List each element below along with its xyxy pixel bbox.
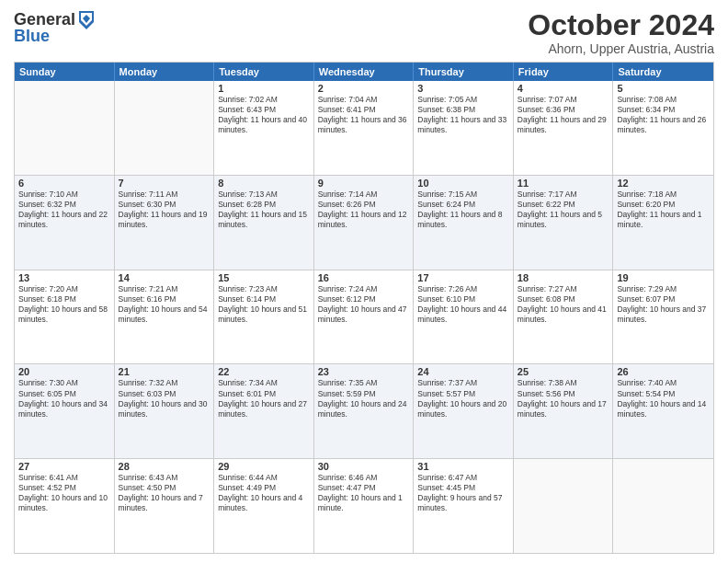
cal-cell-3-5: 17Sunrise: 7:26 AM Sunset: 6:10 PM Dayli… bbox=[414, 270, 514, 364]
cal-cell-5-2: 28Sunrise: 6:43 AM Sunset: 4:50 PM Dayli… bbox=[115, 459, 215, 553]
cal-cell-4-6: 25Sunrise: 7:38 AM Sunset: 5:56 PM Dayli… bbox=[514, 364, 614, 458]
cal-cell-1-2 bbox=[115, 81, 215, 175]
cell-info: Sunrise: 6:46 AM Sunset: 4:47 PM Dayligh… bbox=[318, 473, 410, 513]
cal-cell-3-3: 15Sunrise: 7:23 AM Sunset: 6:14 PM Dayli… bbox=[214, 270, 314, 364]
day-number: 12 bbox=[617, 178, 710, 189]
cell-info: Sunrise: 7:11 AM Sunset: 6:30 PM Dayligh… bbox=[119, 190, 210, 230]
logo-blue: Blue bbox=[14, 28, 50, 46]
day-number: 29 bbox=[218, 461, 310, 472]
cal-cell-2-5: 10Sunrise: 7:15 AM Sunset: 6:24 PM Dayli… bbox=[414, 176, 514, 270]
cal-cell-4-2: 21Sunrise: 7:32 AM Sunset: 6:03 PM Dayli… bbox=[115, 364, 215, 458]
cal-cell-4-5: 24Sunrise: 7:37 AM Sunset: 5:57 PM Dayli… bbox=[414, 364, 514, 458]
cal-cell-4-3: 22Sunrise: 7:34 AM Sunset: 6:01 PM Dayli… bbox=[214, 364, 314, 458]
day-number: 10 bbox=[417, 178, 509, 189]
day-number: 22 bbox=[218, 366, 310, 377]
day-number: 31 bbox=[417, 461, 509, 472]
day-number: 16 bbox=[318, 272, 410, 283]
day-number: 21 bbox=[119, 366, 210, 377]
cal-cell-3-6: 18Sunrise: 7:27 AM Sunset: 6:08 PM Dayli… bbox=[514, 270, 614, 364]
day-number: 15 bbox=[218, 272, 310, 283]
day-number: 5 bbox=[617, 83, 710, 94]
cal-cell-5-7 bbox=[613, 459, 713, 553]
cal-cell-5-1: 27Sunrise: 6:41 AM Sunset: 4:52 PM Dayli… bbox=[15, 459, 115, 553]
cell-info: Sunrise: 7:17 AM Sunset: 6:22 PM Dayligh… bbox=[518, 190, 609, 230]
cal-cell-1-7: 5Sunrise: 7:08 AM Sunset: 6:34 PM Daylig… bbox=[613, 81, 713, 175]
cal-cell-1-6: 4Sunrise: 7:07 AM Sunset: 6:36 PM Daylig… bbox=[514, 81, 614, 175]
cell-info: Sunrise: 7:07 AM Sunset: 6:36 PM Dayligh… bbox=[518, 95, 609, 135]
cell-info: Sunrise: 7:14 AM Sunset: 6:26 PM Dayligh… bbox=[318, 190, 410, 230]
day-number: 9 bbox=[318, 178, 410, 189]
cell-info: Sunrise: 7:37 AM Sunset: 5:57 PM Dayligh… bbox=[417, 378, 509, 419]
header: General Blue October 2024 Ahorn, Upper A… bbox=[14, 9, 714, 56]
cal-cell-5-3: 29Sunrise: 6:44 AM Sunset: 4:49 PM Dayli… bbox=[214, 459, 314, 553]
day-number: 7 bbox=[119, 178, 210, 189]
day-number: 18 bbox=[518, 272, 609, 283]
calendar-week-1: 1Sunrise: 7:02 AM Sunset: 6:43 PM Daylig… bbox=[15, 81, 713, 175]
day-number: 25 bbox=[518, 366, 609, 377]
day-number: 28 bbox=[119, 461, 210, 472]
header-friday: Friday bbox=[514, 63, 614, 81]
cell-info: Sunrise: 7:10 AM Sunset: 6:32 PM Dayligh… bbox=[18, 190, 110, 230]
day-number: 24 bbox=[417, 366, 509, 377]
header-sunday: Sunday bbox=[15, 63, 115, 81]
cell-info: Sunrise: 7:23 AM Sunset: 6:14 PM Dayligh… bbox=[218, 284, 310, 325]
calendar-header: Sunday Monday Tuesday Wednesday Thursday… bbox=[15, 63, 713, 81]
day-number: 19 bbox=[617, 272, 710, 283]
cell-info: Sunrise: 6:47 AM Sunset: 4:45 PM Dayligh… bbox=[417, 473, 509, 513]
cell-info: Sunrise: 7:05 AM Sunset: 6:38 PM Dayligh… bbox=[417, 95, 509, 135]
cell-info: Sunrise: 7:38 AM Sunset: 5:56 PM Dayligh… bbox=[518, 378, 609, 419]
cell-info: Sunrise: 6:43 AM Sunset: 4:50 PM Dayligh… bbox=[119, 473, 210, 513]
calendar-week-4: 20Sunrise: 7:30 AM Sunset: 6:05 PM Dayli… bbox=[15, 363, 713, 458]
day-number: 1 bbox=[218, 83, 310, 94]
cal-cell-2-3: 8Sunrise: 7:13 AM Sunset: 6:28 PM Daylig… bbox=[214, 176, 314, 270]
logo-icon bbox=[77, 9, 96, 31]
day-number: 30 bbox=[318, 461, 410, 472]
cell-info: Sunrise: 7:21 AM Sunset: 6:16 PM Dayligh… bbox=[119, 284, 210, 325]
cell-info: Sunrise: 7:15 AM Sunset: 6:24 PM Dayligh… bbox=[417, 190, 509, 230]
day-number: 26 bbox=[617, 366, 710, 377]
cell-info: Sunrise: 7:30 AM Sunset: 6:05 PM Dayligh… bbox=[18, 378, 110, 419]
cal-cell-1-4: 2Sunrise: 7:04 AM Sunset: 6:41 PM Daylig… bbox=[314, 81, 415, 175]
day-number: 8 bbox=[218, 178, 310, 189]
cal-cell-3-4: 16Sunrise: 7:24 AM Sunset: 6:12 PM Dayli… bbox=[314, 270, 415, 364]
calendar-week-5: 27Sunrise: 6:41 AM Sunset: 4:52 PM Dayli… bbox=[15, 458, 713, 553]
day-number: 3 bbox=[417, 83, 509, 94]
day-number: 23 bbox=[318, 366, 410, 377]
day-number: 11 bbox=[518, 178, 609, 189]
cal-cell-1-3: 1Sunrise: 7:02 AM Sunset: 6:43 PM Daylig… bbox=[214, 81, 314, 175]
cell-info: Sunrise: 7:29 AM Sunset: 6:07 PM Dayligh… bbox=[617, 284, 710, 325]
cell-info: Sunrise: 7:18 AM Sunset: 6:20 PM Dayligh… bbox=[617, 190, 710, 230]
day-number: 6 bbox=[18, 178, 110, 189]
day-number: 2 bbox=[318, 83, 410, 94]
header-monday: Monday bbox=[115, 63, 215, 81]
cal-cell-5-6 bbox=[514, 459, 614, 553]
header-thursday: Thursday bbox=[414, 63, 514, 81]
day-number: 17 bbox=[417, 272, 509, 283]
cal-cell-1-1 bbox=[15, 81, 115, 175]
cell-info: Sunrise: 7:35 AM Sunset: 5:59 PM Dayligh… bbox=[318, 378, 410, 419]
cell-info: Sunrise: 7:13 AM Sunset: 6:28 PM Dayligh… bbox=[218, 190, 310, 230]
cell-info: Sunrise: 7:40 AM Sunset: 5:54 PM Dayligh… bbox=[617, 378, 710, 419]
cal-cell-3-2: 14Sunrise: 7:21 AM Sunset: 6:16 PM Dayli… bbox=[115, 270, 215, 364]
cell-info: Sunrise: 7:24 AM Sunset: 6:12 PM Dayligh… bbox=[318, 284, 410, 325]
page: General Blue October 2024 Ahorn, Upper A… bbox=[0, 0, 728, 563]
header-wednesday: Wednesday bbox=[314, 63, 415, 81]
cal-cell-2-6: 11Sunrise: 7:17 AM Sunset: 6:22 PM Dayli… bbox=[514, 176, 614, 270]
calendar: Sunday Monday Tuesday Wednesday Thursday… bbox=[14, 62, 714, 554]
cal-cell-5-4: 30Sunrise: 6:46 AM Sunset: 4:47 PM Dayli… bbox=[314, 459, 415, 553]
cell-info: Sunrise: 6:41 AM Sunset: 4:52 PM Dayligh… bbox=[18, 473, 110, 513]
cal-cell-3-7: 19Sunrise: 7:29 AM Sunset: 6:07 PM Dayli… bbox=[613, 270, 713, 364]
calendar-week-2: 6Sunrise: 7:10 AM Sunset: 6:32 PM Daylig… bbox=[15, 175, 713, 270]
cell-info: Sunrise: 7:32 AM Sunset: 6:03 PM Dayligh… bbox=[119, 378, 210, 419]
cell-info: Sunrise: 7:34 AM Sunset: 6:01 PM Dayligh… bbox=[218, 378, 310, 419]
header-tuesday: Tuesday bbox=[214, 63, 314, 81]
calendar-week-3: 13Sunrise: 7:20 AM Sunset: 6:18 PM Dayli… bbox=[15, 270, 713, 364]
location-title: Ahorn, Upper Austria, Austria bbox=[528, 41, 714, 56]
cal-cell-2-2: 7Sunrise: 7:11 AM Sunset: 6:30 PM Daylig… bbox=[115, 176, 215, 270]
cal-cell-2-4: 9Sunrise: 7:14 AM Sunset: 6:26 PM Daylig… bbox=[314, 176, 415, 270]
cell-info: Sunrise: 6:44 AM Sunset: 4:49 PM Dayligh… bbox=[218, 473, 310, 513]
title-block: October 2024 Ahorn, Upper Austria, Austr… bbox=[528, 9, 714, 56]
cal-cell-4-4: 23Sunrise: 7:35 AM Sunset: 5:59 PM Dayli… bbox=[314, 364, 415, 458]
cell-info: Sunrise: 7:26 AM Sunset: 6:10 PM Dayligh… bbox=[417, 284, 509, 325]
header-saturday: Saturday bbox=[613, 63, 713, 81]
